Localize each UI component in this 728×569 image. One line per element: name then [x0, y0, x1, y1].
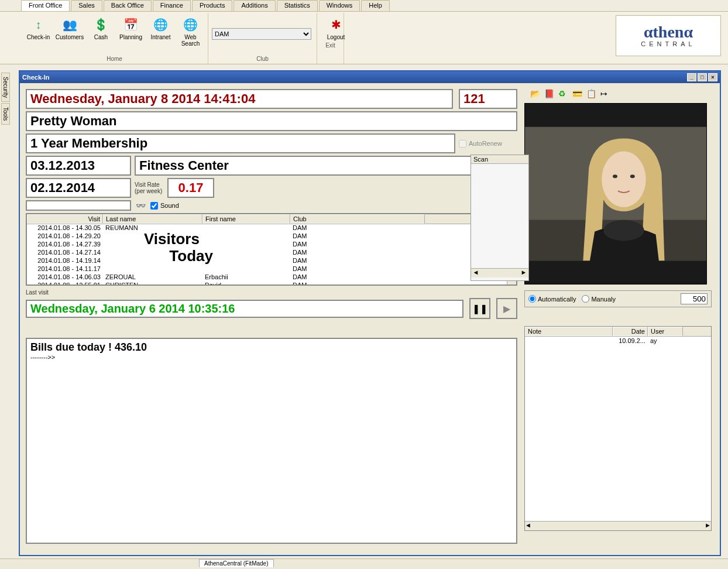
col-club[interactable]: Club	[290, 214, 425, 224]
menu-statistics[interactable]: Statistics	[277, 0, 318, 11]
svg-point-5	[613, 174, 617, 178]
svg-point-6	[630, 174, 635, 178]
close-button[interactable]: ×	[708, 73, 717, 81]
book-icon[interactable]: 📕	[544, 89, 555, 100]
logo-text: αthenα	[644, 24, 693, 40]
pause-button[interactable]: ❚❚	[469, 298, 490, 319]
scan-scrollbar[interactable]: ◄►	[471, 268, 528, 277]
table-row[interactable]: 2014.01.08 - 14.11.17DAM	[27, 265, 516, 273]
clipboard-icon[interactable]: 📋	[586, 89, 597, 100]
col-note[interactable]: Note	[525, 327, 613, 336]
last-visit-label: Last visit	[26, 289, 517, 296]
logo-subtext: CENTRAL	[641, 40, 695, 47]
col-lastname[interactable]: Last name	[103, 214, 202, 224]
card-icon[interactable]: 💳	[572, 89, 583, 100]
menu-help[interactable]: Help	[361, 0, 390, 11]
scan-label: Scan	[471, 155, 528, 164]
menu-front-office[interactable]: Front Office	[21, 0, 70, 11]
logout-label: Logout	[327, 34, 345, 40]
menu-bar: Front OfficeSalesBack OfficeFinanceProdu…	[0, 0, 728, 12]
auto-radio[interactable]: Automatically	[528, 295, 576, 303]
menu-windows[interactable]: Windows	[319, 0, 360, 11]
web-search-button[interactable]: 🌐Web Search	[177, 14, 204, 55]
svg-point-4	[602, 151, 646, 207]
sound-checkbox[interactable]: Sound	[150, 202, 179, 210]
col-visit[interactable]: Visit	[27, 214, 103, 224]
table-row[interactable]: 2014.01.08 - 14.29.20DAM	[27, 232, 516, 241]
current-datetime: Wednesday, January 8 2014 14:41:04	[26, 89, 453, 109]
open-icon[interactable]: 📂	[530, 89, 541, 100]
search-input[interactable]	[26, 200, 131, 211]
visit-rate-label: Visit Rate (per week)	[135, 181, 164, 194]
table-row[interactable]: 2014.01.08 - 14.30.05REUMANNDAM	[27, 224, 516, 232]
table-row[interactable]: 2014.01.08 - 14.27.14DAM	[27, 249, 516, 257]
table-row[interactable]: 2014.01.08 - 14.06.03ZEROUALErbachiiDAM	[27, 273, 516, 282]
table-row[interactable]: 2014.01.08 - 14.19.14DAM	[27, 257, 516, 265]
interval-spinner[interactable]	[681, 293, 708, 304]
col-firstname[interactable]: First name	[202, 214, 290, 224]
check-in-button[interactable]: ↕Check-in	[25, 14, 52, 55]
auto-renew-checkbox[interactable]: AutoRenew	[459, 140, 517, 148]
visitors-table[interactable]: Visit Last name First name Club 2014.01.…	[26, 213, 517, 286]
menu-additions[interactable]: Additions	[233, 0, 275, 11]
logo: αthenα CENTRAL	[616, 15, 721, 56]
customer-name: Pretty Woman	[26, 111, 517, 131]
sidetab-tools[interactable]: Tools	[1, 103, 10, 125]
visit-counter: 121	[459, 89, 517, 109]
customers-button[interactable]: 👥Customers	[54, 14, 85, 55]
logout-button[interactable]: ✱ Logout	[321, 14, 351, 42]
table-row[interactable]: 2014.01.08 - 14.27.39DAM	[27, 241, 516, 249]
refresh-icon[interactable]: ♻	[558, 89, 569, 100]
sidetab-security[interactable]: Security	[1, 73, 10, 102]
window-titlebar[interactable]: Check-In _ □ ×	[20, 71, 720, 83]
status-tab[interactable]: AthenaCentral (FitMade)	[199, 559, 274, 567]
start-date: 03.12.2013	[26, 156, 131, 176]
intranet-button[interactable]: 🌐Intranet	[147, 14, 174, 55]
scan-panel: Scan ◄►	[471, 155, 529, 281]
fitness-center: Fitness Center	[135, 156, 517, 176]
menu-back-office[interactable]: Back Office	[104, 0, 152, 11]
capture-mode: Automatically Manualy	[524, 290, 712, 307]
end-date: 02.12.2014	[26, 178, 131, 198]
ribbon-group-club-label: Club	[212, 55, 313, 63]
action-icons: 📂 📕 ♻ 💳 📋 ↦	[524, 89, 712, 101]
cash-button[interactable]: 💲Cash	[87, 14, 115, 55]
col-date[interactable]: Date	[613, 327, 648, 336]
exit-icon[interactable]: ↦	[600, 89, 611, 100]
col-user[interactable]: User	[648, 327, 683, 336]
bills-arrow: -------->>	[30, 354, 513, 361]
maximize-button[interactable]: □	[698, 73, 707, 81]
visit-rate-value: 0.17	[167, 178, 214, 198]
svg-point-7	[603, 220, 644, 241]
menu-sales[interactable]: Sales	[71, 0, 102, 11]
membership-type: 1 Year Membership	[26, 133, 455, 153]
bills-text: Bills due today ! 436.10	[30, 341, 513, 354]
ribbon-group-home-label: Home	[25, 55, 204, 63]
menu-finance[interactable]: Finance	[153, 0, 191, 11]
note-row[interactable]: 10.09.2...ay	[525, 337, 711, 345]
last-visit-datetime: Wednesday, January 6 2014 10:35:16	[26, 300, 463, 318]
notes-panel: Note Date User 10.09.2...ay ◄►	[524, 326, 712, 531]
bills-panel: Bills due today ! 436.10 -------->>	[26, 338, 517, 544]
customer-photo	[524, 103, 707, 284]
play-button[interactable]: ▶	[496, 298, 517, 319]
table-row[interactable]: 2014.01.08 - 12.55.01CHRISTENDavidDAM	[27, 282, 516, 286]
planning-button[interactable]: 📅Planning	[117, 14, 145, 55]
manual-radio[interactable]: Manualy	[582, 295, 616, 303]
notes-scrollbar[interactable]: ◄►	[525, 521, 711, 530]
window-title: Check-In	[22, 74, 49, 81]
checkin-window: Check-In _ □ × Wednesday, January 8 2014…	[19, 70, 721, 556]
status-bar: AthenaCentral (FitMade)	[0, 558, 728, 569]
club-select[interactable]: DAM	[212, 28, 311, 40]
exit-label[interactable]: Exit	[321, 42, 340, 49]
menu-products[interactable]: Products	[192, 0, 232, 11]
ribbon: ↕Check-in👥Customers💲Cash📅Planning🌐Intran…	[0, 12, 728, 64]
minimize-button[interactable]: _	[687, 73, 696, 81]
binoculars-icon[interactable]: 👓	[136, 201, 146, 210]
